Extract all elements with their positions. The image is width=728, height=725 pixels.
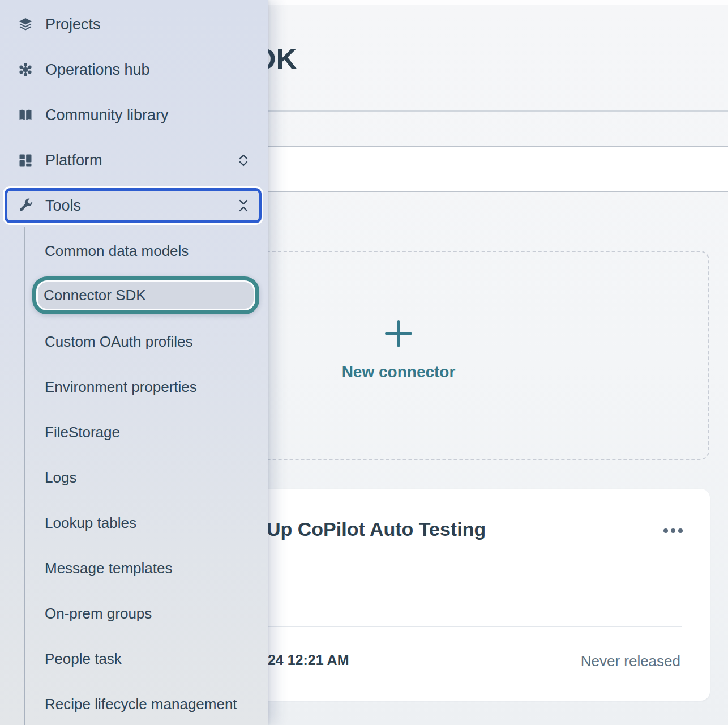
sidebar-item-label: People task [45,650,122,668]
selected-item-pill[interactable]: Connector SDK [32,276,259,314]
card-created-at: 024 12:21 AM [260,652,349,668]
sidebar-item-tools[interactable]: Tools [0,183,268,228]
sidebar-item-logs[interactable]: Logs [0,455,268,500]
sidebar-item-custom-oauth-profiles[interactable]: Custom OAuth profiles [0,319,268,364]
sidebar-item-label: Lookup tables [45,514,136,532]
grid-icon [17,152,34,169]
sidebar-item-label: Message templates [45,560,172,577]
sidebar-item-label: Projects [45,16,101,33]
sidebar-item-label: Community library [45,106,169,124]
sidebar-item-message-templates[interactable]: Message templates [0,545,268,591]
wrench-icon [17,197,34,214]
collapse-chevron-icon [238,198,249,213]
sidebar-item-lookup-tables[interactable]: Lookup tables [0,500,268,545]
sidebar-item-common-data-models[interactable]: Common data models [0,228,268,274]
sidebar-item-label: Platform [45,152,102,169]
sidebar-item-operations-hub[interactable]: Operations hub [0,47,268,92]
connector-card-title: Up CoPilot Auto Testing [267,518,486,540]
sidebar-item-platform[interactable]: Platform [0,138,268,183]
expand-chevron-icon [238,153,249,168]
sidebar-item-label: Custom OAuth profiles [45,333,193,351]
sidebar-item-label: Tools [45,197,81,215]
sidebar-item-label: Logs [45,469,76,487]
sidebar: Projects Operations hub C [0,0,268,725]
book-icon [17,106,34,123]
hub-icon [17,61,34,78]
sidebar-item-label: Common data models [45,242,189,260]
sidebar-item-environment-properties[interactable]: Environment properties [0,364,268,410]
sidebar-item-label: Operations hub [45,61,150,79]
sidebar-item-connector-sdk[interactable]: Connector SDK [0,274,268,319]
sidebar-item-projects[interactable]: Projects [0,2,268,47]
sidebar-item-on-prem-groups[interactable]: On-prem groups [0,591,268,636]
sidebar-item-label: FileStorage [45,424,120,441]
card-release-status: Never released [581,652,680,670]
sidebar-item-label: Environment properties [45,378,197,396]
sidebar-item-people-task[interactable]: People task [0,636,268,681]
sidebar-item-community-library[interactable]: Community library [0,92,268,138]
sidebar-item-label: Connector SDK [44,287,146,304]
layers-icon [17,16,34,33]
sidebar-item-label: On-prem groups [45,605,152,622]
sidebar-item-label: Recipe lifecycle management [45,696,237,713]
ellipsis-menu-icon[interactable] [663,528,683,533]
sidebar-item-filestorage[interactable]: FileStorage [0,410,268,455]
sidebar-item-recipe-lifecycle-management[interactable]: Recipe lifecycle management [0,681,268,725]
focus-ring [5,188,262,223]
